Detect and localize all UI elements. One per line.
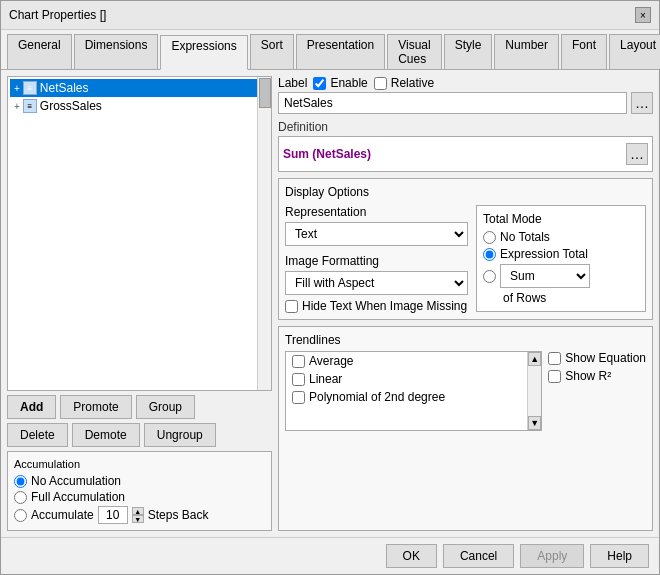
expression-tree[interactable]: + ≡ NetSales + ≡ GrossSales	[7, 76, 272, 391]
no-accumulation-label: No Accumulation	[31, 474, 121, 488]
image-formatting-label: Image Formatting	[285, 254, 468, 268]
no-totals-row: No Totals	[483, 230, 639, 244]
enable-checkbox[interactable]	[313, 77, 326, 90]
tree-scrollbar[interactable]	[257, 77, 271, 390]
trendline-average[interactable]: Average	[286, 352, 541, 370]
trendlines-options: Show Equation Show R²	[548, 351, 646, 431]
expand-icon-grosssales: +	[14, 101, 20, 112]
label-header-row: Label Enable Relative	[278, 76, 653, 90]
chart-properties-window: Chart Properties [] × General Dimensions…	[0, 0, 660, 575]
steps-back-label: Steps Back	[148, 508, 209, 522]
show-r2-checkbox[interactable]	[548, 370, 561, 383]
representation-select[interactable]: Text Image Gauge Mini Chart	[285, 222, 468, 246]
group-button[interactable]: Group	[136, 395, 195, 419]
tab-presentation[interactable]: Presentation	[296, 34, 385, 69]
accumulation-title: Accumulation	[14, 458, 265, 470]
show-equation-checkbox[interactable]	[548, 352, 561, 365]
tab-number[interactable]: Number	[494, 34, 559, 69]
trendlines-scroll-down[interactable]: ▼	[528, 416, 541, 430]
trendline-average-check[interactable]	[292, 355, 305, 368]
tree-icon-netsales: ≡	[23, 81, 37, 95]
tab-visual-cues[interactable]: Visual Cues	[387, 34, 441, 69]
no-totals-radio[interactable]	[483, 231, 496, 244]
display-options-content: Representation Text Image Gauge Mini Cha…	[285, 205, 646, 313]
tab-style[interactable]: Style	[444, 34, 493, 69]
help-button[interactable]: Help	[590, 544, 649, 568]
trendlines-scroll-track	[528, 366, 541, 416]
no-totals-label: No Totals	[500, 230, 550, 244]
representation-label: Representation	[285, 205, 468, 219]
add-button[interactable]: Add	[7, 395, 56, 419]
label-input[interactable]: NetSales	[278, 92, 627, 114]
trendline-poly2-check[interactable]	[292, 391, 305, 404]
trendline-poly2-label: Polynomial of 2nd degree	[309, 390, 445, 404]
steps-up-button[interactable]: ▲	[132, 507, 144, 515]
demote-button[interactable]: Demote	[72, 423, 140, 447]
display-options-title: Display Options	[285, 185, 646, 199]
trendlines-title: Trendlines	[285, 333, 646, 347]
of-rows-label: of Rows	[503, 291, 639, 305]
enable-check-label: Enable	[313, 76, 367, 90]
label-ellipsis-button[interactable]: …	[631, 92, 653, 114]
right-panel: Label Enable Relative NetSales …	[278, 76, 653, 531]
trendlines-scrollbar: ▲ ▼	[527, 352, 541, 430]
tree-item-grosssales[interactable]: + ≡ GrossSales	[10, 97, 269, 115]
trendline-linear-check[interactable]	[292, 373, 305, 386]
image-formatting-select[interactable]: Fill with Aspect Fill without Aspect Nor…	[285, 271, 468, 295]
definition-ellipsis-button[interactable]: …	[626, 143, 648, 165]
ok-button[interactable]: OK	[386, 544, 437, 568]
right-display: Total Mode No Totals Expression Total	[476, 205, 646, 313]
title-bar: Chart Properties [] ×	[1, 1, 659, 30]
sum-select[interactable]: Sum Average Min Max	[500, 264, 590, 288]
trendline-poly2[interactable]: Polynomial of 2nd degree	[286, 388, 541, 406]
total-mode-box: Total Mode No Totals Expression Total	[476, 205, 646, 312]
tree-scrollbar-thumb	[259, 78, 271, 108]
cancel-button[interactable]: Cancel	[443, 544, 514, 568]
expr-total-label: Expression Total	[500, 247, 588, 261]
trendline-linear[interactable]: Linear	[286, 370, 541, 388]
tab-expressions[interactable]: Expressions	[160, 35, 247, 70]
hide-text-checkbox[interactable]	[285, 300, 298, 313]
definition-title: Definition	[278, 120, 653, 134]
hide-text-label: Hide Text When Image Missing	[302, 299, 467, 313]
full-accumulation-label: Full Accumulation	[31, 490, 125, 504]
accumulate-radio[interactable]	[14, 509, 27, 522]
tab-layout[interactable]: Layout	[609, 34, 660, 69]
tab-font[interactable]: Font	[561, 34, 607, 69]
tab-sort[interactable]: Sort	[250, 34, 294, 69]
steps-input[interactable]: 10	[98, 506, 128, 524]
bottom-bar: OK Cancel Apply Help	[1, 537, 659, 574]
sum-radio[interactable]	[483, 270, 496, 283]
accumulate-row: Accumulate 10 ▲ ▼ Steps Back	[14, 506, 265, 524]
full-accumulation-radio[interactable]	[14, 491, 27, 504]
top-btn-row: Add Promote Group	[7, 395, 272, 419]
tab-general[interactable]: General	[7, 34, 72, 69]
definition-box[interactable]: Sum (NetSales) …	[278, 136, 653, 172]
relative-checkbox[interactable]	[374, 77, 387, 90]
close-button[interactable]: ×	[635, 7, 651, 23]
main-content: + ≡ NetSales + ≡ GrossSales Add Promote …	[1, 70, 659, 537]
trendlines-scroll-up[interactable]: ▲	[528, 352, 541, 366]
trendlines-section: Trendlines Average Linear Po	[278, 326, 653, 531]
tab-dimensions[interactable]: Dimensions	[74, 34, 159, 69]
no-accumulation-radio[interactable]	[14, 475, 27, 488]
promote-button[interactable]: Promote	[60, 395, 131, 419]
display-options-group: Display Options Representation Text Imag…	[278, 178, 653, 320]
left-panel: + ≡ NetSales + ≡ GrossSales Add Promote …	[7, 76, 272, 531]
delete-button[interactable]: Delete	[7, 423, 68, 447]
steps-down-button[interactable]: ▼	[132, 515, 144, 523]
accumulation-box: Accumulation No Accumulation Full Accumu…	[7, 451, 272, 531]
tree-label-netsales: NetSales	[40, 81, 89, 95]
relative-label: Relative	[391, 76, 434, 90]
expr-total-radio[interactable]	[483, 248, 496, 261]
image-formatting-row: Image Formatting Fill with Aspect Fill w…	[285, 254, 468, 295]
tree-item-netsales[interactable]: + ≡ NetSales	[10, 79, 269, 97]
full-accumulation-row: Full Accumulation	[14, 490, 265, 504]
tree-icon-grosssales: ≡	[23, 99, 37, 113]
apply-button[interactable]: Apply	[520, 544, 584, 568]
show-r2-label: Show R²	[548, 369, 646, 383]
steps-spinner: ▲ ▼	[132, 507, 144, 523]
tree-label-grosssales: GrossSales	[40, 99, 102, 113]
ungroup-button[interactable]: Ungroup	[144, 423, 216, 447]
sum-row: Sum Average Min Max	[483, 264, 639, 288]
